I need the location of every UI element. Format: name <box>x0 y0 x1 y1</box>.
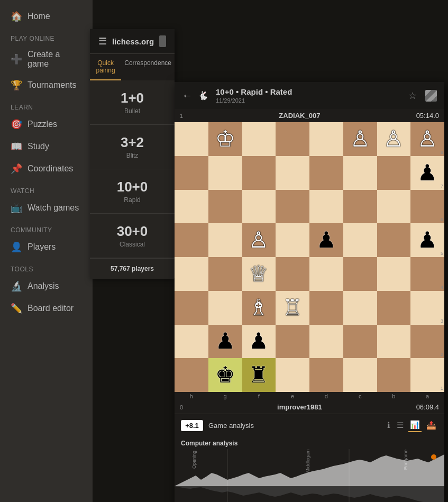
square-6-2[interactable]: ♟ <box>242 325 276 359</box>
square-5-4[interactable] <box>309 291 343 325</box>
square-6-0[interactable] <box>175 325 208 359</box>
square-0-1[interactable]: ♔ <box>208 122 242 156</box>
square-7-4[interactable] <box>309 358 343 392</box>
square-6-3[interactable] <box>276 325 309 359</box>
square-3-7[interactable]: ♟5 <box>410 223 444 257</box>
square-3-4[interactable]: ♟ <box>309 223 343 257</box>
sidebar-item-home[interactable]: 🏠 Home <box>0 5 93 28</box>
square-3-3[interactable] <box>276 223 309 257</box>
square-6-5[interactable] <box>343 325 377 359</box>
square-0-5[interactable]: ♙ <box>343 122 377 156</box>
bookmark-button[interactable]: ☆ <box>408 90 417 102</box>
hamburger-icon[interactable]: ☰ <box>98 35 107 47</box>
pairing-blitz[interactable]: 3+2 Blitz <box>90 125 175 169</box>
square-4-5[interactable] <box>343 257 377 291</box>
sidebar-item-analysis[interactable]: 🔬 Analysis <box>0 275 93 297</box>
pairing-classical[interactable]: 30+0 Classical <box>90 214 175 258</box>
square-1-3[interactable] <box>276 156 309 190</box>
square-7-6[interactable] <box>377 358 411 392</box>
square-7-1[interactable]: ♚ <box>208 358 242 392</box>
square-5-1[interactable] <box>208 291 242 325</box>
square-2-7[interactable]: 6 <box>410 190 444 224</box>
square-2-5[interactable] <box>343 190 377 224</box>
square-5-7[interactable]: 3 <box>410 291 444 325</box>
square-1-1[interactable] <box>208 156 242 190</box>
pairing-bullet[interactable]: 1+0 Bullet <box>90 80 175 125</box>
square-2-3[interactable] <box>276 190 309 224</box>
sidebar-item-study[interactable]: 📖 Study <box>0 135 93 158</box>
square-6-7[interactable]: 2 <box>410 325 444 359</box>
sidebar-item-tournaments[interactable]: 🏆 Tournaments <box>0 74 93 96</box>
square-0-6[interactable]: ♙ <box>377 122 411 156</box>
square-1-5[interactable] <box>343 156 377 190</box>
sidebar-item-coordinates[interactable]: 📌 Coordinates <box>0 158 93 180</box>
tab-quick-pairing[interactable]: Quick pairing <box>90 54 121 80</box>
square-5-5[interactable] <box>343 291 377 325</box>
square-1-4[interactable] <box>309 156 343 190</box>
qp-tabs: Quick pairing Correspondence <box>90 54 175 80</box>
player2-row: 0 improver1981 06:09.4 <box>175 400 444 414</box>
info-icon[interactable]: ℹ <box>386 419 392 432</box>
square-3-6[interactable] <box>377 223 411 257</box>
square-0-0[interactable] <box>175 122 208 156</box>
square-4-1[interactable] <box>208 257 242 291</box>
square-4-6[interactable] <box>377 257 411 291</box>
analysis-chart: Opening Middlegame Endgame <box>175 449 444 502</box>
square-0-3[interactable] <box>276 122 309 156</box>
pairing-rapid[interactable]: 10+0 Rapid <box>90 169 175 214</box>
square-4-7[interactable]: 4 <box>410 257 444 291</box>
square-7-0[interactable] <box>175 358 208 392</box>
square-3-0[interactable] <box>175 223 208 257</box>
square-5-3[interactable]: ♖ <box>276 291 309 325</box>
square-2-6[interactable] <box>377 190 411 224</box>
square-4-4[interactable] <box>309 257 343 291</box>
game-panel: ← 🐇 10+0 • Rapid • Rated 11/29/2021 ☆ 1 … <box>175 82 444 502</box>
square-6-1[interactable]: ♟ <box>208 325 242 359</box>
square-3-1[interactable] <box>208 223 242 257</box>
square-2-1[interactable] <box>208 190 242 224</box>
game-board-icon <box>425 90 437 102</box>
sidebar-item-players[interactable]: 👤 Players <box>0 236 93 258</box>
square-2-2[interactable] <box>242 190 276 224</box>
square-2-4[interactable] <box>309 190 343 224</box>
tab-correspondence[interactable]: Correspondence <box>121 54 175 80</box>
square-1-7[interactable]: ♟7 <box>410 156 444 190</box>
sidebar-item-home-label: Home <box>28 12 50 21</box>
square-2-0[interactable] <box>175 190 208 224</box>
sidebar-item-watch-games[interactable]: 📺 Watch games <box>0 197 93 219</box>
blitz-time: 3+2 <box>121 134 144 151</box>
square-4-3[interactable] <box>276 257 309 291</box>
square-4-2[interactable]: ♕ <box>242 257 276 291</box>
sidebar-item-puzzles[interactable]: 🎯 Puzzles <box>0 113 93 135</box>
piece-BP-6-1: ♟ <box>215 330 235 352</box>
square-6-4[interactable] <box>309 325 343 359</box>
square-5-0[interactable] <box>175 291 208 325</box>
square-7-5[interactable] <box>343 358 377 392</box>
square-7-2[interactable]: ♜ <box>242 358 276 392</box>
sidebar-item-tournaments-label: Tournaments <box>28 80 77 90</box>
players-count: 57,767 <box>111 265 130 272</box>
share-icon[interactable]: 📤 <box>425 419 438 432</box>
square-4-0[interactable] <box>175 257 208 291</box>
square-5-2[interactable]: ♗ <box>242 291 276 325</box>
square-1-6[interactable] <box>377 156 411 190</box>
piece-WP-3-2: ♙ <box>249 229 269 251</box>
square-7-3[interactable] <box>276 358 309 392</box>
square-5-6[interactable] <box>377 291 411 325</box>
square-0-2[interactable] <box>242 122 276 156</box>
sidebar-item-create-game[interactable]: ➕ Create a game <box>0 44 93 74</box>
square-1-2[interactable] <box>242 156 276 190</box>
chart-icon[interactable]: 📊 <box>408 418 422 432</box>
square-3-5[interactable] <box>343 223 377 257</box>
back-button[interactable]: ← <box>182 89 193 102</box>
square-6-6[interactable] <box>377 325 411 359</box>
analysis-icon: 🔬 <box>11 280 22 292</box>
sidebar-item-board-editor[interactable]: ✏️ Board editor <box>0 297 93 320</box>
square-0-4[interactable] <box>309 122 343 156</box>
square-7-7[interactable]: 1 <box>410 358 444 392</box>
square-3-2[interactable]: ♙ <box>242 223 276 257</box>
list-icon[interactable]: ☰ <box>395 419 405 432</box>
player2-num: 0 <box>180 404 183 410</box>
square-1-0[interactable] <box>175 156 208 190</box>
square-0-7[interactable]: ♙8 <box>410 122 444 156</box>
